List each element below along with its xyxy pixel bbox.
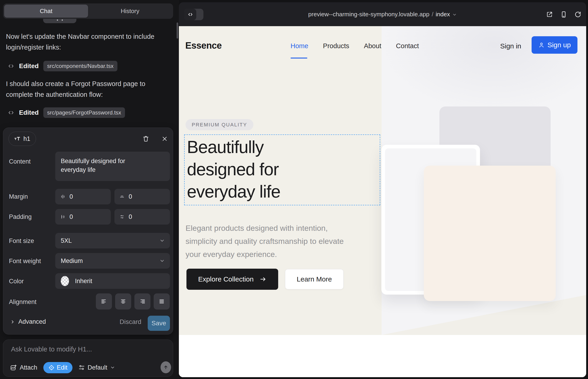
align-justify-button[interactable]: [154, 293, 170, 310]
close-editor-button[interactable]: [160, 134, 169, 143]
align-center-icon: [120, 299, 126, 304]
margin-x-icon: [60, 194, 65, 199]
site-viewport: Essence Home Products About Contact Sign…: [179, 26, 586, 377]
margin-x-input[interactable]: 0: [55, 189, 111, 205]
arrow-right-icon: [260, 276, 266, 283]
next-section: [179, 335, 586, 377]
model-default-label: Default: [88, 364, 107, 371]
padding-y-value: 0: [129, 213, 132, 221]
element-editor-panel: h1 Content Beautifully designed for ever…: [3, 127, 173, 334]
user-icon: [538, 42, 545, 48]
chevron-down-icon: [110, 365, 115, 370]
type-icon: [14, 136, 21, 142]
font-weight-select[interactable]: Medium: [55, 253, 170, 269]
edited-file-chip[interactable]: src/pages/ForgotPassword.tsx: [43, 107, 125, 118]
edited-file-row: Edited src/pages/ForgotPassword.tsx: [8, 107, 125, 119]
dot-icon: [57, 19, 58, 21]
tab-history[interactable]: History: [88, 5, 172, 18]
advanced-label: Advanced: [18, 318, 46, 325]
edited-label: Edited: [19, 63, 39, 70]
margin-y-input[interactable]: 0: [114, 189, 170, 205]
mobile-view-button[interactable]: [560, 11, 567, 18]
hero-description: Elegant products designed with intention…: [186, 222, 360, 261]
code-icon: [8, 63, 15, 69]
close-icon: [161, 135, 168, 142]
padding-x-input[interactable]: 0: [55, 209, 111, 225]
edited-label: Edited: [19, 109, 39, 116]
url-separator: /: [432, 11, 433, 18]
content-label: Content: [9, 158, 31, 165]
padding-y-icon: [120, 214, 124, 219]
scrolled-chip-fragment: [43, 19, 76, 23]
alignment-label: Alignment: [9, 299, 36, 306]
edited-file-row: Edited src/components/Navbar.tsx: [8, 60, 117, 72]
learn-more-button[interactable]: Learn More: [285, 269, 343, 289]
save-button[interactable]: Save: [148, 316, 170, 331]
assistant-message: Now let's update the Navbar component to…: [6, 31, 163, 53]
attach-label: Attach: [20, 364, 37, 371]
margin-y-icon: [120, 194, 124, 199]
hero-headline: Beautifully designed for everyday life: [185, 135, 331, 203]
nav-link-home[interactable]: Home: [291, 42, 308, 50]
element-tag-badge: h1: [8, 132, 36, 146]
padding-y-input[interactable]: 0: [114, 209, 170, 225]
crosshair-icon: [48, 364, 55, 371]
model-default-button[interactable]: Default: [78, 364, 115, 371]
font-size-value: 5XL: [61, 237, 72, 244]
font-size-select[interactable]: 5XL: [55, 233, 170, 249]
align-right-button[interactable]: [134, 293, 150, 310]
send-icon: [163, 364, 169, 370]
code-icon: [8, 109, 15, 116]
assistant-message: I should also create a Forgot Password p…: [6, 79, 163, 100]
sign-in-link[interactable]: Sign in: [500, 42, 521, 50]
trash-icon: [142, 135, 150, 142]
chat-history-tabbar: Chat History: [3, 3, 173, 19]
learn-more-label: Learn More: [297, 275, 332, 283]
sign-up-label: Sign up: [547, 41, 571, 49]
chevron-right-icon: [10, 319, 15, 324]
selected-h1-element[interactable]: Beautifully designed for everyday life: [184, 134, 380, 205]
align-center-button[interactable]: [115, 293, 131, 310]
align-left-icon: [101, 299, 107, 304]
edited-file-chip[interactable]: src/components/Navbar.tsx: [43, 61, 117, 71]
nav-link-about[interactable]: About: [364, 42, 381, 50]
explore-collection-button[interactable]: Explore Collection: [186, 269, 278, 290]
delete-element-button[interactable]: [141, 134, 150, 143]
attach-button[interactable]: Attach: [10, 364, 37, 371]
chevron-down-icon: [159, 258, 165, 264]
site-nav: Home Products About Contact: [291, 42, 419, 50]
tab-chat[interactable]: Chat: [4, 5, 88, 18]
chat-scrollbar[interactable]: [177, 22, 178, 39]
padding-label: Padding: [9, 213, 32, 221]
prompt-input[interactable]: [11, 345, 162, 353]
color-select[interactable]: Inherit: [55, 273, 170, 289]
hero-card-cream: [424, 166, 556, 301]
sign-up-button[interactable]: Sign up: [532, 36, 577, 54]
mobile-icon: [560, 11, 567, 18]
margin-label: Margin: [9, 193, 28, 200]
edit-mode-button[interactable]: Edit: [43, 362, 73, 373]
browser-chrome: preview--charming-site-symphony.lovable.…: [179, 2, 586, 26]
discard-button[interactable]: Discard: [116, 318, 145, 326]
align-left-button[interactable]: [96, 293, 112, 310]
margin-x-value: 0: [69, 193, 73, 200]
url-bar[interactable]: preview--charming-site-symphony.lovable.…: [179, 2, 586, 26]
content-input[interactable]: Beautifully designed for everyday life: [55, 152, 170, 181]
prompt-toolbar: Attach Edit Default: [10, 362, 115, 373]
open-external-button[interactable]: [546, 11, 553, 18]
chat-panel: Chat History Now let's update the Navbar…: [0, 0, 179, 379]
nav-link-contact[interactable]: Contact: [396, 42, 419, 50]
attach-icon: [10, 364, 17, 371]
chevron-down-icon: [159, 238, 165, 243]
refresh-button[interactable]: [574, 11, 582, 18]
send-button[interactable]: [160, 361, 171, 373]
hero-badge: PREMIUM QUALITY: [186, 119, 253, 130]
chevron-down-icon: [452, 12, 457, 17]
browser-preview: preview--charming-site-symphony.lovable.…: [179, 2, 586, 377]
align-justify-icon: [159, 299, 165, 304]
url-path: index: [436, 11, 450, 18]
nav-link-products[interactable]: Products: [323, 42, 349, 50]
site-logo[interactable]: Essence: [185, 40, 222, 51]
advanced-toggle[interactable]: Advanced: [10, 318, 46, 325]
font-weight-label: Font weight: [9, 258, 41, 265]
